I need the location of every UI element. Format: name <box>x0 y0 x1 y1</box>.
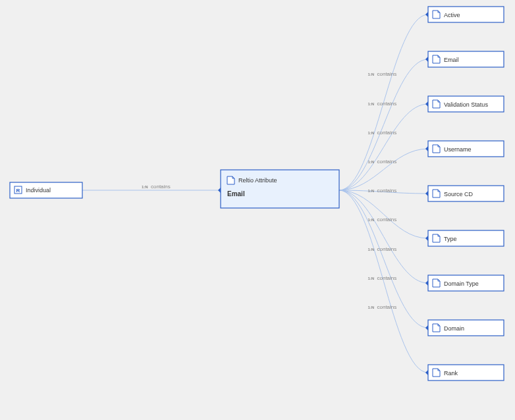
svg-text:1:N: 1:N <box>368 160 375 164</box>
edge-label: 1:Ncontains <box>368 275 397 281</box>
svg-text:contains: contains <box>377 159 397 165</box>
svg-text:contains: contains <box>151 184 171 190</box>
document-icon <box>433 11 440 18</box>
svg-text:contains: contains <box>377 246 397 252</box>
document-icon <box>433 279 440 287</box>
svg-text:1:N: 1:N <box>368 305 375 309</box>
document-icon <box>433 55 440 63</box>
svg-text:contains: contains <box>377 101 397 107</box>
node-attribute[interactable]: Rank <box>428 365 504 381</box>
edge-label: 1:Ncontains <box>368 130 397 136</box>
node-label: Username <box>444 146 472 153</box>
edge-label: 1:Ncontains <box>368 101 397 107</box>
svg-text:contains: contains <box>377 217 397 223</box>
svg-text:1:N: 1:N <box>368 276 375 280</box>
document-icon <box>433 369 440 377</box>
attribute-nodes: ActiveEmailValidation StatusUsernameSour… <box>428 7 504 381</box>
document-icon <box>227 176 234 184</box>
svg-text:1:N: 1:N <box>368 218 375 222</box>
svg-text:contains: contains <box>377 304 397 310</box>
edge-label: 1:Ncontains <box>368 217 397 223</box>
node-individual[interactable]: R Individual <box>10 182 82 198</box>
node-supertitle: Reltio Attribute <box>238 177 277 184</box>
edge-label: 1:Ncontains <box>368 159 397 165</box>
document-icon <box>433 190 440 197</box>
document-icon <box>433 100 440 108</box>
node-attribute[interactable]: Source CD <box>428 186 504 201</box>
node-label: Active <box>444 12 460 18</box>
svg-text:contains: contains <box>377 275 397 281</box>
node-label: Domain Type <box>444 280 479 287</box>
diagram-canvas[interactable]: R Individual Reltio Attribute Email Acti… <box>0 0 515 420</box>
svg-text:1:N: 1:N <box>368 131 375 135</box>
edge-label-center: 1:N contains <box>142 184 171 190</box>
edge-label: 1:Ncontains <box>368 246 397 252</box>
svg-text:contains: contains <box>377 130 397 136</box>
svg-text:1:N: 1:N <box>368 189 375 193</box>
edge-label: 1:Ncontains <box>368 304 397 310</box>
node-email-attribute[interactable]: Reltio Attribute Email <box>221 170 339 208</box>
node-label: Source CD <box>444 191 474 197</box>
node-attribute[interactable]: Type <box>428 230 504 246</box>
node-attribute[interactable]: Domain Type <box>428 275 504 291</box>
document-icon <box>433 234 440 242</box>
document-icon <box>433 145 440 153</box>
node-label: Type <box>444 236 457 242</box>
node-label: Domain <box>444 325 464 332</box>
svg-text:1:N: 1:N <box>368 248 375 251</box>
svg-rect-4 <box>221 170 339 208</box>
node-title: Email <box>227 190 245 197</box>
edge-label: 1:Ncontains <box>368 71 397 77</box>
node-attribute[interactable]: Email <box>428 51 504 67</box>
node-attribute[interactable]: Username <box>428 141 504 157</box>
node-label: Rank <box>444 370 458 377</box>
svg-text:1:N: 1:N <box>368 72 375 76</box>
svg-text:1:N: 1:N <box>368 102 375 106</box>
node-label: Email <box>444 57 459 63</box>
node-attribute[interactable]: Active <box>428 7 504 22</box>
document-icon <box>433 324 440 332</box>
edge-label: 1:Ncontains <box>368 188 397 194</box>
svg-text:1:N: 1:N <box>142 185 148 189</box>
node-label: Validation Status <box>444 101 488 108</box>
svg-text:R: R <box>16 188 20 194</box>
svg-text:contains: contains <box>377 188 397 194</box>
node-label: Individual <box>26 187 51 194</box>
node-attribute[interactable]: Domain <box>428 320 504 336</box>
node-attribute[interactable]: Validation Status <box>428 96 504 112</box>
svg-text:contains: contains <box>377 71 397 77</box>
